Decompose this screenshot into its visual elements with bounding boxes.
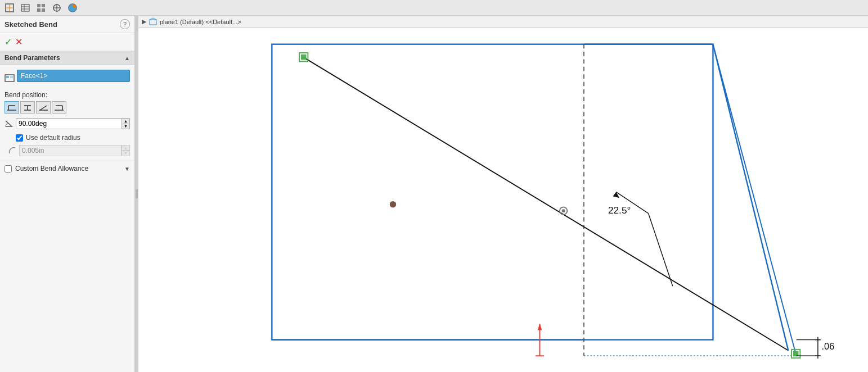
grid-toolbar-btn[interactable] [34,1,48,15]
left-panel: Sketched Bend ? ✓ ✕ Bend Parameters ▲ [0,16,135,372]
bend-position-buttons [5,101,130,114]
panel-title-bar: Sketched Bend ? [0,16,134,33]
sketch-toolbar-btn[interactable] [2,1,17,15]
bend-position-label: Bend position: [5,91,130,99]
svg-point-52 [562,209,565,212]
default-radius-row: Use default radius [5,134,130,142]
svg-rect-3 [21,4,29,11]
bend-pos-btn-2[interactable] [36,101,51,114]
radius-row: ▲ ▼ [5,145,130,156]
angle-icon [5,119,14,128]
bend-parameters-body: Bend position: [0,65,134,161]
list-toolbar-btn[interactable] [18,1,33,15]
plane-icon [149,17,158,26]
svg-line-54 [649,214,673,286]
face-input[interactable] [17,70,130,82]
cancel-button[interactable]: ✕ [15,37,23,47]
angle-up-btn[interactable]: ▲ [122,119,129,124]
svg-marker-55 [613,192,619,198]
angle-input[interactable] [16,119,122,129]
svg-rect-7 [37,4,41,7]
radius-spinners: ▲ ▼ [122,146,129,156]
side-dim-label: .06 [822,341,835,351]
radius-down-btn: ▼ [122,151,129,156]
radius-input [20,146,122,156]
svg-rect-17 [10,76,13,78]
svg-rect-16 [6,76,9,78]
svg-line-36 [304,58,789,351]
grid-icon [36,3,46,13]
viewport-drawing: 22.5° .06 [138,28,868,372]
action-row: ✓ ✕ [0,33,134,51]
svg-point-50 [390,201,396,207]
svg-rect-47 [301,55,307,60]
angle-down-btn[interactable]: ▼ [122,124,129,129]
angle-spinners: ▲ ▼ [122,119,129,129]
default-radius-checkbox[interactable] [16,134,23,142]
tree-bar: ▶ plane1 (Default) <<Default...> [138,16,868,28]
custom-bend-allowance-label: Custom Bend Allowance [15,165,88,173]
bend-pos-btn-1[interactable] [20,101,35,114]
svg-line-24 [40,106,47,110]
radius-input-wrap: ▲ ▼ [19,145,130,156]
svg-rect-10 [42,8,45,12]
angle-input-wrap: ▲ ▼ [16,118,130,129]
custom-bend-allowance-section[interactable]: Custom Bend Allowance ▼ [0,161,134,176]
bend-parameters-section-header[interactable]: Bend Parameters ▲ [0,51,134,65]
svg-rect-9 [37,8,41,12]
crosshair-icon [52,3,62,13]
custom-bend-expand-icon: ▼ [124,166,130,172]
radius-up-btn: ▲ [122,146,129,151]
face-input-row [5,70,130,87]
angle-row: ▲ ▼ [5,118,130,129]
bend-pos-btn-3[interactable] [52,101,66,114]
svg-rect-31 [150,20,156,25]
pie-icon [68,3,78,13]
face-icon [5,73,15,83]
canvas-area: 22.5° .06 [138,28,868,372]
confirm-button[interactable]: ✓ [5,37,12,47]
bend-pos-btn-0[interactable] [5,101,19,114]
crosshair-toolbar-btn[interactable] [50,1,64,15]
svg-rect-8 [42,4,45,7]
svg-line-38 [713,44,788,351]
radius-icon [8,146,17,155]
list-icon [20,3,30,13]
viewport: ▶ plane1 (Default) <<Default...> [138,16,868,372]
tree-item-label: plane1 (Default) <<Default...> [160,19,241,25]
collapse-icon: ▲ [124,55,130,61]
angle-dim-label: 22.5° [608,205,631,216]
custom-bend-allowance-checkbox[interactable] [5,165,12,173]
top-toolbar [0,0,868,16]
svg-rect-34 [272,44,713,340]
svg-line-39 [714,48,796,356]
pie-toolbar-btn[interactable] [65,1,80,15]
panel-title: Sketched Bend [5,20,57,29]
tree-arrow: ▶ [142,18,146,25]
help-button[interactable]: ? [120,19,130,29]
default-radius-label: Use default radius [26,134,80,142]
main-area: Sketched Bend ? ✓ ✕ Bend Parameters ▲ [0,16,868,372]
bend-parameters-label: Bend Parameters [5,54,60,62]
sketch-icon [5,3,15,13]
